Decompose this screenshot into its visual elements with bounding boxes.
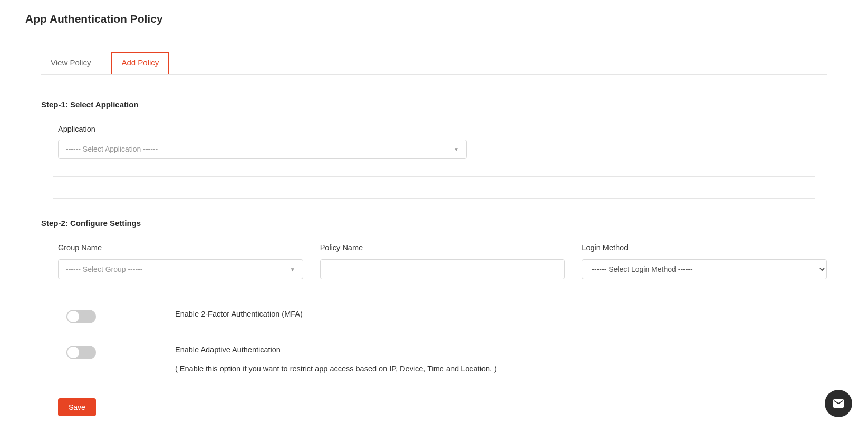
application-select[interactable]: ------ Select Application ------ ▼ bbox=[58, 140, 467, 159]
toggle-knob bbox=[67, 347, 79, 358]
save-button[interactable]: Save bbox=[58, 398, 96, 416]
login-method-label: Login Method bbox=[582, 243, 827, 252]
policy-name-label: Policy Name bbox=[320, 243, 565, 252]
mail-icon bbox=[832, 397, 845, 410]
mfa-toggle[interactable] bbox=[66, 310, 96, 323]
step-1-heading: Step-1: Select Application bbox=[41, 100, 827, 109]
policy-name-input[interactable] bbox=[320, 259, 565, 279]
chat-button[interactable] bbox=[825, 390, 852, 417]
step-2-heading: Step-2: Configure Settings bbox=[41, 219, 827, 228]
chevron-down-icon: ▼ bbox=[454, 146, 459, 152]
divider bbox=[53, 198, 815, 199]
mfa-label: Enable 2-Factor Authentication (MFA) bbox=[175, 310, 827, 318]
page-title: App Authentication Policy bbox=[25, 13, 852, 25]
group-select-value: ------ Select Group ------ bbox=[66, 265, 142, 273]
login-method-select[interactable]: ------ Select Login Method ------ bbox=[582, 259, 827, 279]
tabs-container: View Policy Add Policy bbox=[41, 52, 827, 75]
group-name-label: Group Name bbox=[58, 243, 303, 252]
application-label: Application bbox=[58, 125, 827, 133]
adaptive-auth-toggle[interactable] bbox=[66, 346, 96, 359]
toggle-knob bbox=[67, 311, 79, 322]
adaptive-auth-hint: ( Enable this option if you want to rest… bbox=[175, 365, 827, 373]
chevron-down-icon: ▼ bbox=[290, 267, 295, 272]
divider bbox=[53, 176, 815, 177]
divider bbox=[41, 426, 827, 426]
application-select-value: ------ Select Application ------ bbox=[66, 145, 158, 153]
tab-add-policy[interactable]: Add Policy bbox=[111, 52, 169, 74]
adaptive-auth-label: Enable Adaptive Authentication bbox=[175, 346, 827, 354]
tab-view-policy[interactable]: View Policy bbox=[41, 52, 100, 74]
group-select[interactable]: ------ Select Group ------ ▼ bbox=[58, 259, 303, 279]
